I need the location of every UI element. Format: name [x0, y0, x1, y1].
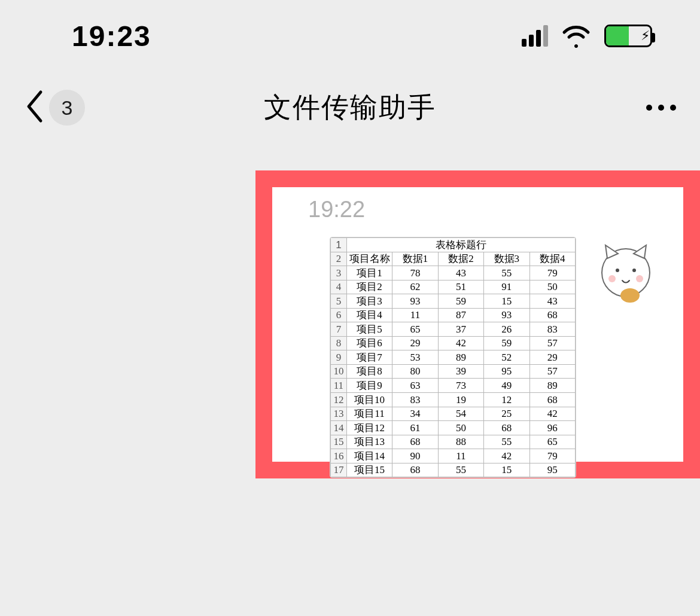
table-cell: 93	[392, 294, 438, 309]
table-cell: 39	[438, 364, 483, 379]
table-cell: 42	[484, 449, 529, 463]
cat-avatar-icon	[593, 238, 659, 304]
table-cell: 96	[529, 421, 575, 435]
col-header: 数据4	[529, 252, 575, 266]
cellular-signal-icon	[522, 25, 548, 47]
row-number: 8	[331, 336, 347, 350]
table-cell: 53	[392, 350, 438, 365]
table-cell: 68	[529, 308, 575, 322]
table-cell: 项目5	[346, 322, 392, 337]
svg-point-2	[632, 269, 636, 272]
table-cell: 50	[529, 280, 575, 294]
table-cell: 93	[484, 308, 529, 322]
table-cell: 89	[438, 350, 483, 365]
table-cell: 52	[484, 350, 529, 365]
wifi-icon	[561, 24, 591, 48]
col-header: 数据3	[484, 252, 529, 266]
table-cell: 79	[529, 266, 575, 280]
message-timestamp: 19:22	[308, 197, 670, 222]
col-header: 项目名称	[346, 252, 392, 266]
table-cell: 42	[438, 336, 483, 350]
row-number: 13	[331, 407, 347, 421]
table-cell: 55	[438, 463, 483, 477]
table-cell: 34	[392, 407, 438, 421]
row-number: 3	[331, 266, 347, 280]
row-number: 6	[331, 308, 347, 322]
table-cell: 15	[484, 294, 529, 309]
row-number: 12	[331, 393, 347, 407]
table-cell: 50	[438, 421, 483, 435]
table-cell: 项目11	[346, 407, 392, 421]
table-cell: 15	[484, 463, 529, 477]
avatar[interactable]	[592, 237, 660, 305]
svg-point-4	[636, 275, 643, 282]
table-cell: 91	[484, 280, 529, 294]
row-number: 11	[331, 379, 347, 393]
table-cell: 19	[438, 393, 483, 407]
battery-icon: ⚡︎	[604, 25, 652, 47]
table-cell: 59	[438, 294, 483, 309]
table-cell: 项目6	[346, 336, 392, 350]
spreadsheet-table: 1 表格标题行 2 项目名称 数据1 数据2 数据3 数据4 3项目178435…	[330, 237, 576, 477]
table-cell: 项目4	[346, 308, 392, 322]
table-cell: 68	[484, 421, 529, 435]
message-image[interactable]: 1 表格标题行 2 项目名称 数据1 数据2 数据3 数据4 3项目178435…	[330, 237, 576, 478]
table-cell: 项目9	[346, 379, 392, 393]
svg-point-1	[616, 269, 619, 272]
col-header: 数据1	[392, 252, 438, 266]
table-cell: 55	[484, 435, 529, 449]
table-cell: 63	[392, 379, 438, 393]
table-cell: 项目8	[346, 364, 392, 379]
table-cell: 95	[529, 463, 575, 477]
table-cell: 项目12	[346, 421, 392, 435]
nav-bar: 3 文件传输助手	[0, 72, 700, 144]
table-cell: 项目7	[346, 350, 392, 365]
table-cell: 57	[529, 364, 575, 379]
row-number: 10	[331, 364, 347, 379]
table-title: 表格标题行	[346, 238, 575, 252]
table-cell: 68	[529, 393, 575, 407]
table-cell: 62	[392, 280, 438, 294]
table-cell: 59	[484, 336, 529, 350]
row-number: 9	[331, 350, 347, 365]
col-header: 数据2	[438, 252, 483, 266]
row-number: 16	[331, 449, 347, 463]
row-number: 4	[331, 280, 347, 294]
row-number: 5	[331, 294, 347, 309]
message-area: 19:22 1 表格标题行 2 项目名称 数据1 数据2 数据3 数据4	[272, 187, 683, 462]
unread-badge: 3	[49, 90, 85, 126]
table-cell: 11	[438, 449, 483, 463]
row-number: 1	[331, 238, 347, 252]
table-cell: 87	[438, 308, 483, 322]
table-cell: 78	[392, 266, 438, 280]
table-cell: 57	[529, 336, 575, 350]
table-cell: 65	[529, 435, 575, 449]
table-cell: 55	[484, 266, 529, 280]
table-cell: 68	[392, 435, 438, 449]
table-cell: 73	[438, 379, 483, 393]
table-cell: 79	[529, 449, 575, 463]
table-cell: 42	[529, 407, 575, 421]
chevron-left-icon	[24, 90, 44, 126]
table-cell: 项目10	[346, 393, 392, 407]
table-cell: 12	[484, 393, 529, 407]
more-button[interactable]	[646, 105, 676, 111]
table-cell: 项目2	[346, 280, 392, 294]
table-cell: 51	[438, 280, 483, 294]
table-cell: 项目13	[346, 435, 392, 449]
charging-bolt-icon: ⚡︎	[641, 28, 650, 44]
chat-title: 文件传输助手	[264, 89, 436, 126]
row-number: 14	[331, 421, 347, 435]
table-cell: 项目3	[346, 294, 392, 309]
row-number: 2	[331, 252, 347, 266]
table-cell: 80	[392, 364, 438, 379]
svg-point-5	[620, 288, 640, 303]
back-button[interactable]: 3	[24, 90, 85, 126]
table-cell: 68	[392, 463, 438, 477]
row-number: 15	[331, 435, 347, 449]
table-cell: 25	[484, 407, 529, 421]
table-cell: 90	[392, 449, 438, 463]
table-cell: 65	[392, 322, 438, 337]
status-icons: ⚡︎	[522, 24, 652, 48]
table-cell: 83	[529, 322, 575, 337]
